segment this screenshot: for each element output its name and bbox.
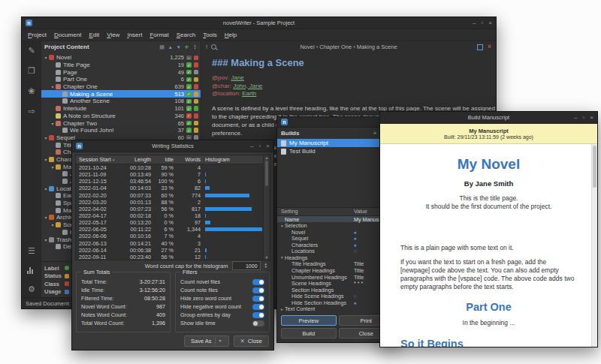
tree-item[interactable]: ▾Novel1,225– xyxy=(41,54,201,62)
menu-item-help[interactable]: Help xyxy=(221,30,240,40)
session-row[interactable]: 2022-06-1400:06:3827 %21 xyxy=(76,247,270,254)
preview-titlebar[interactable]: Build Manuscript – ▫ × xyxy=(380,112,597,124)
close-button[interactable]: × xyxy=(488,17,492,29)
scroll-up-icon[interactable]: ▲ xyxy=(265,155,269,160)
tree-item[interactable]: Making a Scene513✓ xyxy=(41,90,201,98)
expand-document-icon[interactable] xyxy=(477,44,483,50)
writing-stats-icon[interactable] xyxy=(27,266,37,274)
session-row[interactable]: 2022-04-0200:07:2356 %817 xyxy=(76,206,270,212)
preview-button[interactable]: Preview xyxy=(281,315,337,326)
menu-item-project[interactable]: Project xyxy=(24,30,50,40)
settings-gear-icon[interactable]: ⚙ xyxy=(27,284,37,294)
session-row[interactable]: 2022-09-1100:23:4056 %12 xyxy=(76,254,270,260)
session-row[interactable]: 2022-03-2000:01:1388 %2 xyxy=(76,199,270,206)
menu-item-edit[interactable]: Edit xyxy=(85,30,103,40)
project-tree-icon[interactable]: ❐ xyxy=(27,66,37,76)
maximize-button[interactable]: ▫ xyxy=(481,17,483,29)
sessions-table[interactable]: Session Start ▾ Length Idle Words Histog… xyxy=(75,155,270,260)
tree-item[interactable]: Page49✓ xyxy=(41,68,201,76)
filter-row: Count note files xyxy=(180,286,264,294)
main-titlebar[interactable]: n novelWriter - Sample Project – ▫ × xyxy=(22,17,496,29)
tree-item[interactable]: Part One6✓ xyxy=(41,76,201,83)
radio-icon: ● xyxy=(354,230,357,235)
session-date: 2022-06-14 xyxy=(76,247,118,254)
menu-item-search[interactable]: Search xyxy=(173,30,199,40)
session-row[interactable]: 2021-12-1503:46:54100 %6 xyxy=(76,178,270,185)
tag-value[interactable]: Jane xyxy=(231,74,243,81)
scrollbar-thumb[interactable] xyxy=(265,161,268,186)
close-button[interactable]: × xyxy=(590,112,593,123)
session-row[interactable]: 2022-05-1700:13:200 %97 xyxy=(76,219,270,226)
tag-value[interactable]: Earth xyxy=(242,90,256,97)
close-document-icon[interactable]: × xyxy=(488,44,491,50)
session-row[interactable]: 2021-11-0900:13:4990 %7 xyxy=(76,171,270,178)
session-row[interactable]: 2021-10-2400:10:2859 %4 xyxy=(76,164,270,171)
quick-links-icon[interactable]: ▤ xyxy=(159,44,165,50)
tree-item[interactable]: Title Page19✓ xyxy=(41,62,201,69)
filter-label: Hide zero word count xyxy=(180,295,231,302)
menu-item-insert[interactable]: Insert xyxy=(123,30,146,40)
menu-item-tools[interactable]: Tools xyxy=(199,30,221,40)
search-icon[interactable] xyxy=(211,44,216,50)
kebab-menu-icon[interactable]: ⋮ xyxy=(192,44,198,50)
tree-item[interactable]: Interlude101✓ xyxy=(41,105,201,113)
manuscript-page[interactable]: My Novel By Jane Smith This is the title… xyxy=(380,144,597,347)
minimize-button[interactable]: – xyxy=(250,140,253,152)
add-item-icon[interactable]: + xyxy=(185,44,189,51)
session-row[interactable]: 2022-06-1300:14:2140 %3 xyxy=(76,240,270,247)
toggle-switch[interactable] xyxy=(252,320,264,326)
toggle-switch[interactable] xyxy=(252,287,264,293)
tree-item[interactable]: Another Scene108✓ xyxy=(41,98,201,105)
add-build-icon[interactable]: + xyxy=(373,130,377,137)
tree-item[interactable]: ▾Chapter Two65✓ xyxy=(41,119,201,127)
paragraph: This is a plain page with some text on i… xyxy=(400,244,577,252)
novel-tree-icon[interactable]: ❀ xyxy=(27,86,37,96)
session-row[interactable]: 2022-04-1700:02:180 %18 xyxy=(76,212,270,219)
spin-down-icon[interactable]: ▼ xyxy=(264,266,267,269)
table-scrollbar[interactable]: ▲ ▼ xyxy=(263,155,270,260)
scroll-down-icon[interactable]: ▼ xyxy=(265,255,269,260)
menu-item-format[interactable]: Format xyxy=(146,30,172,40)
build-button[interactable]: Build xyxy=(281,328,337,338)
session-row[interactable]: 2022-06-0500:11:226 %1,344 xyxy=(76,226,270,233)
minimize-button[interactable]: – xyxy=(574,112,577,123)
outline-view-icon[interactable]: ☰ xyxy=(27,246,37,256)
toggle-switch[interactable] xyxy=(252,296,264,302)
tree-item[interactable]: ▾Chapter One639✓ xyxy=(41,83,201,91)
tree-item[interactable]: We Found John!37✓ xyxy=(41,127,201,134)
toggle-switch[interactable] xyxy=(252,312,264,318)
session-date: 2022-06-06 xyxy=(76,233,118,239)
expander-icon: ▾ xyxy=(50,222,56,227)
move-down-icon[interactable]: ▼ xyxy=(177,45,181,50)
cap-spinbox[interactable]: 1000 xyxy=(232,261,261,270)
session-row[interactable]: 2022-06-0600:10:167 %4 xyxy=(76,233,270,239)
toggle-switch[interactable] xyxy=(252,304,264,310)
save-as-button[interactable]: Save As ▼ xyxy=(184,335,228,347)
export-icon[interactable]: ⇨ xyxy=(27,107,37,116)
close-button[interactable]: × xyxy=(266,140,270,152)
tag-value[interactable]: John, Jane xyxy=(233,83,262,89)
move-up-icon[interactable]: ▲ xyxy=(168,45,173,50)
page-scrollbar[interactable] xyxy=(591,144,597,347)
menu-item-view[interactable]: View xyxy=(103,30,123,40)
toggle-switch[interactable] xyxy=(252,279,264,285)
session-row[interactable]: 2022-01-0400:14:0333 %82 xyxy=(76,185,270,191)
window-title: novelWriter - Sample Project xyxy=(44,20,473,26)
novelwriter-icon: n xyxy=(281,119,288,125)
session-row[interactable]: 2022-02-2000:07:3360 %774 xyxy=(76,192,270,199)
stats-titlebar[interactable]: n Writing Statistics – ▫ × xyxy=(72,140,273,152)
bookmark-icon[interactable]: ! xyxy=(206,44,207,50)
maximize-button[interactable]: ▫ xyxy=(258,140,261,152)
expander-icon: ▾ xyxy=(279,224,285,228)
minimize-button[interactable]: – xyxy=(473,17,476,29)
session-histogram xyxy=(201,227,270,231)
table-header[interactable]: Session Start ▾ Length Idle Words Histog… xyxy=(76,155,270,164)
close-button[interactable]: ✕ Close xyxy=(234,335,269,347)
tree-item[interactable]: A Note on Structure346✓ xyxy=(41,113,201,120)
maximize-button[interactable]: ▫ xyxy=(582,112,584,123)
edit-document-icon[interactable]: ✎ xyxy=(27,46,37,56)
session-date: 2021-10-24 xyxy=(76,164,118,171)
scrollbar-thumb[interactable] xyxy=(593,146,596,188)
menu-item-document[interactable]: Document xyxy=(50,30,85,40)
file-icon xyxy=(62,128,68,133)
